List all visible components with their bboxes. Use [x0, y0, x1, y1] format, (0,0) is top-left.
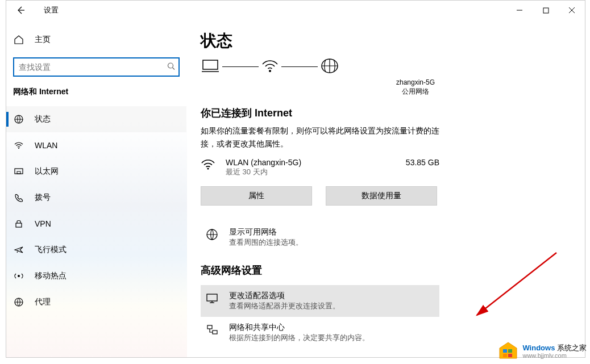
diagram-line [281, 66, 318, 67]
sidebar: 主页 网络和 Internet 状态 [6, 20, 187, 357]
nav-label: 以太网 [35, 166, 59, 177]
nav-label: 状态 [35, 114, 51, 124]
link-title: 网络和共享中心 [229, 323, 369, 333]
sidebar-item-dialup[interactable]: 拨号 [6, 185, 186, 211]
show-networks-link[interactable]: 显示可用网络 查看周围的连接选项。 [201, 221, 439, 253]
sidebar-home-label: 主页 [35, 35, 51, 45]
link-sub: 根据所连接到的网络，决定要共享的内容。 [229, 333, 369, 343]
sidebar-item-status[interactable]: 状态 [6, 106, 186, 132]
maximize-button[interactable] [533, 1, 559, 20]
sidebar-item-hotspot[interactable]: 移动热点 [6, 263, 186, 289]
ethernet-icon [13, 166, 24, 177]
svg-rect-19 [207, 294, 217, 301]
back-button[interactable] [11, 1, 30, 20]
diagram-line [222, 66, 259, 67]
maximize-icon [543, 7, 549, 14]
pc-icon [201, 58, 220, 76]
svg-rect-10 [16, 223, 22, 227]
link-sub: 查看周围的连接选项。 [229, 237, 303, 248]
window-title: 设置 [44, 5, 59, 15]
svg-point-15 [269, 70, 271, 72]
button-row: 属性 数据使用量 [201, 186, 568, 206]
hotspot-icon [13, 271, 24, 281]
network-diagram [201, 57, 568, 76]
title-bar: 设置 [6, 1, 585, 20]
wifi-node-icon [261, 57, 279, 76]
proxy-icon [13, 297, 24, 307]
close-button[interactable] [559, 1, 585, 20]
annotation-arrow [466, 247, 568, 327]
sidebar-item-proxy[interactable]: 代理 [6, 289, 186, 315]
nav-label: 代理 [35, 297, 51, 307]
globe-icon [320, 57, 339, 76]
network-name: zhangxin-5G [263, 78, 568, 87]
svg-point-7 [18, 148, 19, 149]
svg-line-24 [477, 253, 556, 315]
content-area: 主页 网络和 Internet 状态 [6, 20, 585, 357]
link-title: 更改适配器选项 [229, 291, 340, 301]
sidebar-item-wlan[interactable]: WLAN [6, 132, 186, 158]
diagram-label: zhangxin-5G 公用网络 [263, 78, 568, 96]
nav-label: 移动热点 [35, 271, 67, 281]
svg-rect-22 [207, 325, 212, 329]
adapter-options-link[interactable]: 更改适配器选项 查看网络适配器并更改连接设置。 [201, 285, 439, 317]
arrow-left-icon [16, 6, 25, 15]
search-input[interactable] [13, 57, 180, 77]
settings-window: 设置 主页 [6, 0, 585, 358]
svg-rect-23 [213, 330, 217, 334]
window-controls [506, 1, 585, 20]
sidebar-section-title: 网络和 Internet [6, 87, 186, 97]
connected-heading: 你已连接到 Internet [201, 106, 568, 120]
network-type: 公用网络 [263, 87, 568, 97]
connected-desc: 如果你的流量套餐有限制，则你可以将此网络设置为按流量计费的连接，或者更改其他属性… [201, 124, 439, 150]
search-container [13, 57, 180, 77]
home-icon [13, 35, 24, 45]
advanced-heading: 高级网络设置 [201, 263, 568, 277]
wifi-icon [201, 158, 215, 173]
minimize-button[interactable] [506, 1, 533, 20]
close-icon [568, 7, 575, 14]
main-panel: 状态 zhangxin-5G 公用网络 你已连接到 Internet 如果 [187, 20, 585, 357]
nav-label: 飞行模式 [35, 245, 67, 255]
wifi-icon [13, 140, 24, 150]
sidebar-item-ethernet[interactable]: 以太网 [6, 158, 186, 185]
sidebar-home[interactable]: 主页 [6, 30, 186, 49]
minimize-icon [516, 7, 523, 14]
svg-rect-1 [543, 8, 549, 13]
sidebar-item-airplane[interactable]: 飞行模式 [6, 237, 186, 263]
data-usage-button[interactable]: 数据使用量 [326, 186, 437, 206]
data-usage-value: 53.85 GB [406, 158, 439, 167]
nav-label: WLAN [35, 141, 57, 150]
nav-label: 拨号 [35, 193, 51, 203]
connection-name: WLAN (zhangxin-5G) [226, 158, 406, 167]
svg-rect-9 [17, 171, 20, 174]
dialup-icon [13, 193, 24, 203]
vpn-icon [13, 219, 24, 229]
sharing-center-link[interactable]: 网络和共享中心 根据所连接到的网络，决定要共享的内容。 [201, 317, 439, 349]
link-title: 显示可用网络 [229, 227, 303, 237]
svg-line-5 [173, 68, 175, 70]
globe-icon [205, 227, 219, 241]
monitor-icon [205, 291, 219, 304]
connection-info: WLAN (zhangxin-5G) 最近 30 天内 [226, 158, 406, 177]
nav-label: VPN [35, 219, 51, 228]
airplane-icon [13, 245, 24, 255]
properties-button[interactable]: 属性 [201, 186, 312, 206]
connection-row: WLAN (zhangxin-5G) 最近 30 天内 53.85 GB [201, 158, 439, 177]
connection-period: 最近 30 天内 [226, 167, 406, 177]
svg-rect-13 [203, 60, 218, 69]
page-title: 状态 [201, 30, 568, 52]
network-center-icon [205, 323, 219, 336]
sidebar-item-vpn[interactable]: VPN [6, 211, 186, 237]
svg-point-4 [168, 63, 173, 68]
svg-point-11 [18, 275, 20, 277]
svg-point-17 [207, 168, 209, 169]
link-sub: 查看网络适配器并更改连接设置。 [229, 301, 340, 311]
search-icon [167, 62, 175, 72]
status-icon [13, 114, 24, 124]
